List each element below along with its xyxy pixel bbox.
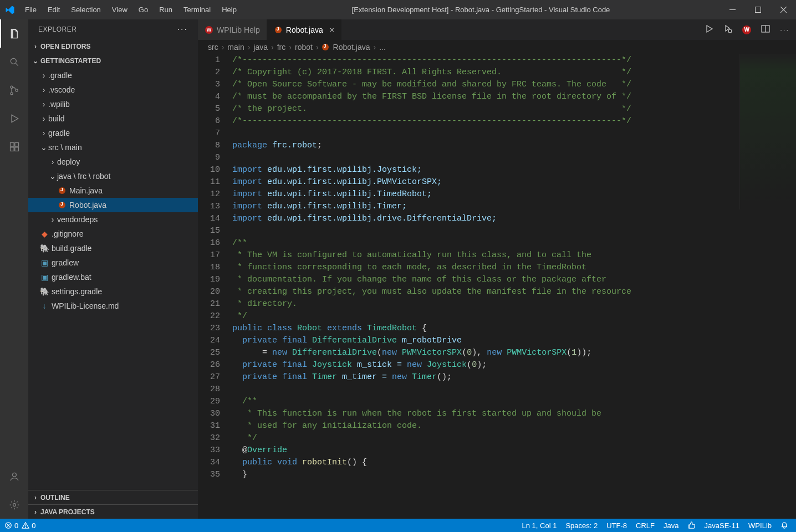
menu-terminal[interactable]: Terminal	[178, 0, 216, 19]
menu-view[interactable]: View	[106, 0, 133, 19]
status-warnings[interactable]: 0	[22, 521, 35, 530]
crumb-java[interactable]: java	[253, 43, 268, 52]
svg-rect-9	[14, 142, 18, 146]
tree-file-build-gradle[interactable]: 🐘build.gradle	[28, 241, 198, 255]
menu-file[interactable]: File	[19, 0, 42, 19]
outline-label: OUTLINE	[40, 494, 70, 502]
explorer-title: EXPLORER	[38, 25, 177, 33]
shell-icon: ▣	[39, 258, 49, 267]
more-actions-icon[interactable]: ···	[780, 25, 789, 34]
activity-settings[interactable]	[0, 490, 28, 519]
tree-file-settings-gradle[interactable]: 🐘settings.gradle	[28, 284, 198, 299]
java-projects-header[interactable]: › JAVA PROJECTS	[28, 504, 198, 519]
code-lines[interactable]: /*--------------------------------------…	[232, 54, 796, 519]
status-language[interactable]: Java	[664, 521, 678, 530]
vscode-logo	[0, 5, 19, 15]
tree-file-gitignore[interactable]: ◆.gitignore	[28, 227, 198, 241]
wpilib-action-icon[interactable]: W	[742, 25, 751, 34]
activity-source-control[interactable]	[0, 76, 28, 104]
tab-label: Robot.java	[286, 25, 323, 34]
editor-tabs: W WPILib Help Robot.java × W ···	[198, 19, 796, 40]
svg-point-10	[12, 473, 16, 477]
minimize-button[interactable]	[720, 0, 745, 19]
crumb-frc[interactable]: frc	[277, 43, 286, 52]
menu-run[interactable]: Run	[154, 0, 178, 19]
crumb-src[interactable]: src	[208, 43, 218, 52]
java-file-icon	[57, 187, 67, 194]
tree-folder-src-main[interactable]: ⌄src \ main	[28, 140, 198, 155]
status-javase[interactable]: JavaSE-11	[705, 521, 740, 530]
open-editors-label: OPEN EDITORS	[40, 43, 90, 50]
activity-explorer[interactable]	[0, 19, 28, 48]
status-encoding[interactable]: UTF-8	[606, 521, 627, 530]
menu-help[interactable]: Help	[216, 0, 242, 19]
sidebar: EXPLORER ··· › OPEN EDITORS ⌄ GETTINGSTA…	[28, 19, 198, 519]
svg-point-11	[13, 503, 16, 506]
crumb-robot[interactable]: robot	[295, 43, 313, 52]
status-spaces[interactable]: Spaces: 2	[565, 521, 598, 530]
menu-go[interactable]: Go	[133, 0, 154, 19]
debug-config-icon[interactable]	[723, 24, 732, 35]
status-wpilib[interactable]: WPILib	[748, 521, 772, 530]
crumb-file[interactable]: Robot.java	[322, 43, 370, 52]
tree-folder-deploy[interactable]: ›deploy	[28, 155, 198, 169]
maximize-button[interactable]	[745, 0, 771, 19]
tree-folder-vendordeps[interactable]: ›vendordeps	[28, 212, 198, 227]
tree-folder-java-frc-robot[interactable]: ⌄java \ frc \ robot	[28, 169, 198, 183]
status-bell-icon[interactable]	[780, 521, 788, 529]
close-button[interactable]	[771, 0, 796, 19]
status-errors[interactable]: 0	[4, 521, 18, 530]
tab-robot-java[interactable]: Robot.java ×	[267, 19, 341, 40]
chevron-down-icon: ⌄	[30, 57, 40, 65]
menu-edit[interactable]: Edit	[42, 0, 65, 19]
tree-folder-vscode[interactable]: ›.vscode	[28, 83, 198, 97]
svg-point-4	[10, 92, 12, 94]
tree-folder-gradle[interactable]: ›.gradle	[28, 68, 198, 83]
java-file-icon	[274, 25, 283, 34]
tab-wpilib-help[interactable]: W WPILib Help	[198, 19, 267, 40]
status-eol[interactable]: CRLF	[636, 521, 655, 530]
tree-file-gradlew[interactable]: ▣gradlew	[28, 255, 198, 270]
activity-extensions[interactable]	[0, 132, 28, 161]
tree-folder-wpilib[interactable]: ›.wpilib	[28, 97, 198, 111]
crumb-more[interactable]: ...	[379, 43, 386, 52]
tree-file-wpilib-license[interactable]: ↓WPILib-License.md	[28, 299, 198, 313]
svg-rect-6	[10, 142, 14, 146]
window-title: [Extension Development Host] - Robot.jav…	[242, 6, 720, 14]
svg-rect-1	[755, 7, 761, 13]
tree-file-gradlew-bat[interactable]: ▣gradlew.bat	[28, 270, 198, 284]
line-number-gutter: 12345 678910 1112131415 1617181920 21222…	[198, 54, 232, 519]
wpilib-icon: W	[205, 25, 213, 34]
editor-actions: W ···	[341, 19, 796, 40]
breadcrumbs[interactable]: src› main› java› frc› robot› Robot.java›…	[198, 40, 796, 54]
explorer-more-icon[interactable]: ···	[177, 24, 188, 34]
status-thumbs-up-icon[interactable]	[688, 521, 696, 529]
gradle-icon: 🐘	[39, 244, 49, 253]
tree-folder-build[interactable]: ›build	[28, 111, 198, 126]
activity-run-debug[interactable]	[0, 104, 28, 132]
activitybar	[0, 19, 28, 519]
activity-accounts[interactable]	[0, 462, 28, 490]
crumb-main[interactable]: main	[227, 43, 244, 52]
activity-search[interactable]	[0, 48, 28, 76]
svg-rect-0	[729, 9, 736, 10]
workspace-header[interactable]: ⌄ GETTINGSTARTED	[28, 54, 198, 68]
minimap[interactable]	[739, 54, 796, 209]
menu-selection[interactable]: Selection	[65, 0, 106, 19]
status-ln-col[interactable]: Ln 1, Col 1	[522, 521, 557, 530]
open-editors-header[interactable]: › OPEN EDITORS	[28, 39, 198, 54]
svg-point-12	[728, 29, 732, 33]
file-tree: ›.gradle ›.vscode ›.wpilib ›build ›gradl…	[28, 68, 198, 313]
code-editor[interactable]: 12345 678910 1112131415 1617181920 21222…	[198, 54, 796, 519]
chevron-right-icon: ›	[30, 494, 40, 502]
tree-file-robot-java[interactable]: Robot.java	[28, 198, 198, 212]
close-icon[interactable]: ×	[330, 25, 334, 34]
outline-header[interactable]: › OUTLINE	[28, 490, 198, 504]
tree-file-main-java[interactable]: Main.java	[28, 183, 198, 198]
titlebar: File Edit Selection View Go Run Terminal…	[0, 0, 796, 19]
markdown-icon: ↓	[39, 301, 49, 310]
tree-folder-gradle-root[interactable]: ›gradle	[28, 126, 198, 140]
run-icon[interactable]	[705, 24, 713, 35]
split-editor-icon[interactable]	[761, 24, 770, 35]
gradle-icon: 🐘	[39, 287, 49, 296]
